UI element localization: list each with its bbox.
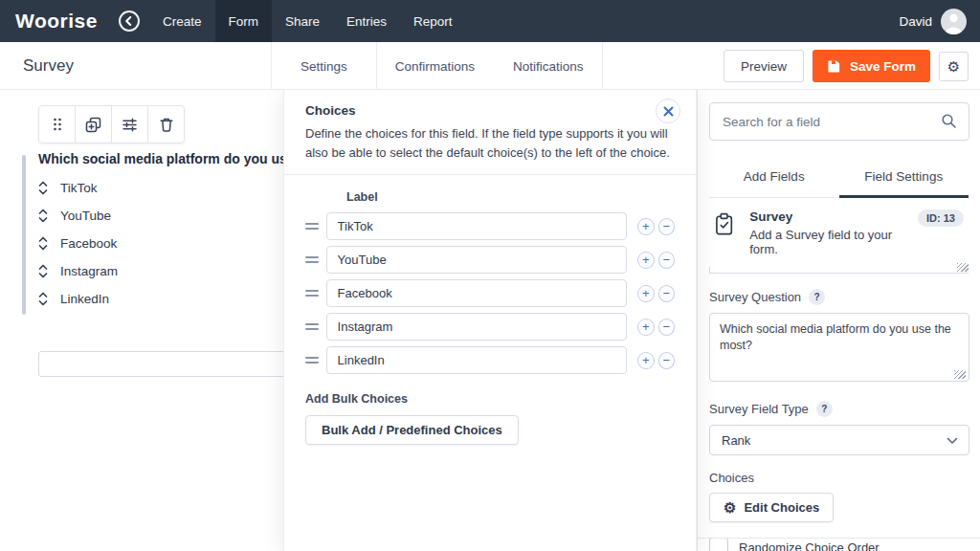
gear-icon: ⚙: [947, 59, 960, 74]
sidebar-tab-field-settings[interactable]: Field Settings: [839, 159, 969, 198]
choice-label-input[interactable]: [326, 279, 627, 307]
add-choice-button[interactable]: +: [637, 319, 654, 336]
edit-choices-label: Edit Choices: [744, 500, 819, 515]
field-type-label-row: Survey Field Type ?: [709, 401, 969, 417]
remove-choice-button[interactable]: −: [658, 218, 675, 235]
sort-arrows-icon: [38, 263, 48, 279]
rank-choice-item[interactable]: YouTube: [38, 208, 118, 223]
add-choice-button[interactable]: +: [637, 252, 654, 269]
save-form-button[interactable]: Save Form: [813, 50, 930, 82]
tab-confirmations[interactable]: Confirmations: [395, 59, 475, 74]
bulk-add-button[interactable]: Bulk Add / Predefined Choices: [305, 415, 519, 445]
grip-dots-icon: [52, 117, 63, 132]
duplicate-field-button[interactable]: [75, 105, 112, 143]
add-choice-button[interactable]: +: [637, 218, 654, 235]
add-choice-button[interactable]: +: [637, 285, 654, 302]
page-title: Survey: [23, 42, 74, 90]
tab-notifications[interactable]: Notifications: [513, 59, 584, 74]
field-type-value: Rank: [722, 433, 750, 448]
card-resize-divider[interactable]: [709, 267, 969, 274]
field-type-select[interactable]: Rank: [709, 425, 969, 455]
top-navbar: Woorise CreateFormShareEntriesReport Dav…: [0, 0, 980, 42]
rank-choice-item[interactable]: Instagram: [38, 263, 118, 278]
sort-handle[interactable]: [38, 291, 48, 307]
floppy-disk-icon: [827, 59, 841, 74]
preview-button[interactable]: Preview: [724, 50, 804, 82]
drag-handle-icon[interactable]: [305, 357, 319, 364]
survey-question-textarea[interactable]: Which social media platform do you use t…: [709, 313, 969, 382]
field-search: [709, 102, 969, 141]
form-header: Survey Settings Confirmations Notificati…: [0, 42, 980, 90]
choice-label-input[interactable]: [326, 346, 627, 374]
remove-choice-button[interactable]: −: [658, 252, 675, 269]
sidebar-tab-add-fields[interactable]: Add Fields: [709, 159, 839, 198]
survey-question-label: Survey Question: [709, 290, 801, 304]
drag-handle-icon[interactable]: [305, 290, 319, 297]
field-card-description: Add a Survey field to your form.: [749, 228, 918, 256]
save-form-label: Save Form: [850, 59, 916, 74]
rank-choice-item[interactable]: TikTok: [38, 180, 118, 195]
drag-handle-icon[interactable]: [305, 323, 319, 330]
choice-label-input[interactable]: [326, 212, 627, 240]
rank-choice-item[interactable]: LinkedIn: [38, 291, 118, 306]
gear-icon: ⚙: [724, 500, 736, 515]
field-settings-sidebar: Add FieldsField Settings Survey Add a Su…: [697, 90, 980, 551]
sort-handle[interactable]: [38, 180, 48, 196]
drag-handle-icon[interactable]: [305, 223, 319, 230]
choice-label-input[interactable]: [326, 246, 627, 274]
modal-description: Define the choices for this field. If th…: [305, 124, 677, 162]
person-icon: [941, 9, 967, 34]
randomize-checkbox[interactable]: [709, 538, 728, 551]
choice-row: +−: [305, 313, 675, 341]
sort-handle[interactable]: [38, 263, 48, 279]
selected-field-indicator: [22, 155, 26, 315]
user-avatar-icon[interactable]: [941, 9, 967, 34]
field-toolbar: [38, 105, 185, 143]
survey-field-card[interactable]: Survey Add a Survey field to your form. …: [709, 209, 969, 256]
resize-grip-icon: [957, 263, 969, 272]
nav-item-create[interactable]: Create: [149, 0, 215, 42]
remove-choice-button[interactable]: −: [658, 352, 675, 369]
nav-item-share[interactable]: Share: [272, 0, 333, 42]
nav-item-form[interactable]: Form: [215, 0, 273, 42]
add-choice-button[interactable]: +: [637, 352, 654, 369]
choices-label-row: Choices: [709, 471, 969, 485]
trash-icon: [159, 117, 174, 133]
choice-rows: +−+−+−+−+−: [305, 212, 675, 374]
user-name[interactable]: David: [899, 14, 932, 29]
field-type-label: Survey Field Type: [709, 402, 809, 416]
back-circle-button[interactable]: [119, 11, 140, 32]
form-tabs: Settings Confirmations Notifications: [271, 42, 603, 90]
sort-handle[interactable]: [38, 208, 48, 224]
sliders-icon: [122, 117, 138, 133]
bulk-choices-heading: Add Bulk Choices: [305, 392, 675, 406]
form-settings-gear-button[interactable]: ⚙: [939, 52, 969, 81]
navbar-right: David: [899, 0, 980, 42]
rank-choice-label: LinkedIn: [60, 292, 109, 306]
drag-handle-icon[interactable]: [305, 256, 319, 263]
drag-handle-button[interactable]: [38, 105, 76, 143]
modal-close-button[interactable]: [656, 99, 680, 123]
survey-question-label-row: Survey Question ?: [709, 289, 969, 305]
sidebar-tabs: Add FieldsField Settings: [709, 159, 969, 198]
choice-label-input[interactable]: [326, 313, 627, 341]
sort-handle[interactable]: [38, 235, 48, 252]
remove-choice-button[interactable]: −: [658, 319, 675, 336]
help-icon[interactable]: ?: [816, 401, 833, 417]
woorise-logo[interactable]: Woorise: [15, 10, 98, 33]
nav-item-entries[interactable]: Entries: [333, 0, 400, 42]
delete-field-button[interactable]: [147, 105, 185, 143]
search-input[interactable]: [709, 102, 969, 141]
help-icon[interactable]: ?: [809, 289, 825, 305]
tab-group: Confirmations Notifications: [377, 42, 603, 90]
rank-choice-item[interactable]: Facebook: [38, 235, 118, 251]
nav-item-report[interactable]: Report: [400, 0, 466, 42]
remove-choice-button[interactable]: −: [658, 285, 675, 302]
field-card-texts: Survey Add a Survey field to your form.: [749, 209, 918, 256]
chevron-down-icon: [947, 437, 958, 445]
field-settings-button[interactable]: [111, 105, 148, 143]
tab-settings[interactable]: Settings: [271, 42, 377, 90]
randomize-label: Randomize Choice Order: [739, 540, 880, 551]
edit-choices-button[interactable]: ⚙ Edit Choices: [709, 493, 834, 522]
survey-clipboard-icon: [714, 212, 734, 236]
